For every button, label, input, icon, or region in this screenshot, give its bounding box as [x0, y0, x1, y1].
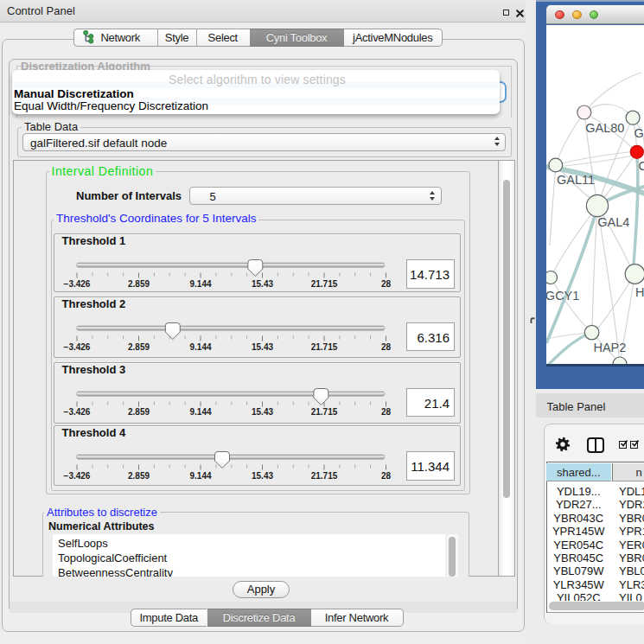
svg-text:GAL11: GAL11 — [557, 173, 595, 187]
svg-text:H: H — [635, 285, 644, 299]
svg-text:G...: G... — [634, 126, 644, 140]
svg-text:GAL4: GAL4 — [597, 215, 629, 229]
svg-text:HAP2: HAP2 — [593, 341, 626, 354]
svg-text:GAL80: GAL80 — [585, 121, 624, 135]
svg-text:C...: C... — [639, 159, 644, 173]
svg-text:GCY1: GCY1 — [546, 289, 579, 303]
